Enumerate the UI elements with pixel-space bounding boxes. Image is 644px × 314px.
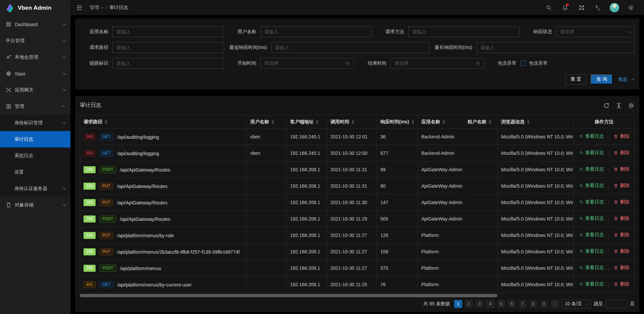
delete-button[interactable]: 删除 <box>613 215 629 222</box>
sort-icon[interactable] <box>412 120 414 124</box>
menu-fold-icon[interactable] <box>76 4 83 11</box>
trace-id-input[interactable] <box>112 58 224 69</box>
reset-button[interactable]: 重 置 <box>565 74 587 84</box>
chevron-down-icon <box>63 71 66 75</box>
search-icon[interactable] <box>542 1 555 14</box>
end-time-picker[interactable]: 请选择 <box>390 58 484 69</box>
max-response-time-input[interactable] <box>476 42 635 53</box>
next-page-button[interactable] <box>551 300 559 308</box>
sidebar-item-应用网关[interactable]: 应用网关 <box>0 82 70 98</box>
fullscreen-icon[interactable] <box>575 1 588 14</box>
view-log-button[interactable]: 查看日志 <box>579 232 604 238</box>
request-path-value: /api/ApiGateway/Routes <box>120 167 170 172</box>
sort-icon[interactable] <box>527 120 530 124</box>
sort-icon[interactable] <box>442 120 445 124</box>
page-button-8[interactable]: 8 <box>529 300 537 308</box>
page-button-6[interactable]: 6 <box>508 300 516 308</box>
page-button-2[interactable]: 2 <box>465 300 473 308</box>
view-log-button[interactable]: 查看日志 <box>579 133 604 139</box>
page-button-9[interactable]: 9 <box>540 300 548 308</box>
gear-icon[interactable] <box>628 102 635 109</box>
column-header-4[interactable]: 调用时间 <box>327 115 377 129</box>
sort-icon[interactable] <box>316 120 319 124</box>
response-status-select[interactable]: 请选择 <box>556 26 635 37</box>
sidebar-item-平台管理[interactable]: 平台管理 <box>0 33 70 49</box>
delete-button[interactable]: 删除 <box>613 166 629 172</box>
table-row[interactable]: 200 POST /api/ApiGateway/Routes 192.168.… <box>80 211 635 227</box>
page-button-3[interactable]: 3 <box>476 300 484 308</box>
sort-icon[interactable] <box>352 120 354 124</box>
sidebar-item-Saas[interactable]: Saas <box>0 65 70 82</box>
table-row[interactable]: 200 PUT /api/ApiGateway/Routes 192.168.2… <box>80 178 635 194</box>
request-path-input[interactable] <box>112 42 224 53</box>
table-row[interactable]: 200 POST /api/ApiGateway/Routes 192.168.… <box>80 162 635 178</box>
collapse-link[interactable]: 收起 <box>618 76 635 82</box>
table-row[interactable]: 204 PUT /api/platform/menus/by-role 192.… <box>80 227 635 244</box>
sidebar-item-管理[interactable]: 管理 <box>0 98 70 115</box>
sidebar-item-身份标识管理[interactable]: 身份标识管理 <box>0 115 70 131</box>
search-button[interactable]: 查 询 <box>591 74 613 84</box>
request-method-input[interactable] <box>408 26 520 37</box>
view-log-button[interactable]: 查看日志 <box>579 150 604 156</box>
min-response-time-input[interactable] <box>271 42 429 53</box>
delete-button[interactable]: 删除 <box>613 183 629 189</box>
bell-icon[interactable] <box>559 1 572 14</box>
table-row[interactable]: 401 GET /api/platform/menus/by-current-u… <box>80 276 635 293</box>
start-time-picker[interactable]: 请选择 <box>260 58 354 69</box>
page-button-1[interactable]: 1 <box>454 300 462 308</box>
translate-icon[interactable]: 文A <box>592 1 604 14</box>
table-row[interactable]: 200 PUT /api/platform/menus/2b3accf8-4fb… <box>80 244 635 260</box>
column-header-7[interactable]: 租户名称 <box>464 115 498 129</box>
sidebar-item-审计日志[interactable]: 审计日志 <box>0 131 70 147</box>
view-log-button[interactable]: 查看日志 <box>579 166 604 172</box>
user-name-input[interactable] <box>260 26 372 37</box>
delete-button[interactable]: 删除 <box>613 133 629 139</box>
table-row[interactable]: 200 PUT /api/ApiGateway/Routes 192.168.2… <box>80 194 635 211</box>
delete-button[interactable]: 删除 <box>613 281 629 287</box>
page-button-7[interactable]: 7 <box>519 300 527 308</box>
jump-to-input[interactable] <box>606 300 627 308</box>
table-row[interactable]: 200 POST /api/platform/menus 192.168.208… <box>80 260 635 276</box>
has-exception-checkbox[interactable] <box>521 61 526 66</box>
view-log-button[interactable]: 查看日志 <box>579 265 604 271</box>
page-button-4[interactable]: 4 <box>486 300 494 308</box>
sidebar-item-系统日志[interactable]: 系统日志 <box>0 147 70 164</box>
view-log-button[interactable]: 查看日志 <box>579 248 604 254</box>
delete-button[interactable]: 删除 <box>613 248 629 254</box>
delete-button[interactable]: 删除 <box>613 232 629 238</box>
column-header-2[interactable]: 用户名称 <box>247 115 287 129</box>
delete-button[interactable]: 删除 <box>613 150 629 156</box>
view-log-button[interactable]: 查看日志 <box>579 215 604 222</box>
column-header-5[interactable]: 响应时间(ms) <box>377 115 418 129</box>
view-log-button[interactable]: 查看日志 <box>579 281 604 287</box>
sidebar-item-对象存储[interactable]: 对象存储 <box>0 197 70 213</box>
column-header-1[interactable]: 请求路径 <box>80 115 247 129</box>
row-height-icon[interactable] <box>615 102 622 109</box>
page-size-select[interactable]: 10 条/页 <box>561 300 591 308</box>
user-avatar[interactable] <box>608 1 621 14</box>
view-log-button[interactable]: 查看日志 <box>579 199 604 205</box>
view-log-button[interactable]: 查看日志 <box>579 183 604 189</box>
sidebar-item-Dashboard[interactable]: Dashboard <box>0 16 70 33</box>
delete-button[interactable]: 删除 <box>613 199 629 205</box>
sidebar-item-身份认证服务器[interactable]: 身份认证服务器 <box>0 180 70 197</box>
scrollbar-thumb[interactable] <box>80 294 497 297</box>
app-name-input[interactable] <box>112 26 224 37</box>
app-logo[interactable]: Vben Admin <box>0 0 70 16</box>
breadcrumb-root[interactable]: 管理 <box>90 5 103 11</box>
page-button-5[interactable]: 5 <box>497 300 505 308</box>
client-address-cell: 192.168.208.1 <box>287 211 327 227</box>
sort-icon[interactable] <box>105 120 107 124</box>
gear-icon[interactable] <box>625 1 637 14</box>
refresh-icon[interactable] <box>603 102 610 109</box>
column-header-6[interactable]: 应用名称 <box>418 115 464 129</box>
sidebar-item-本地化管理[interactable]: 本地化管理 <box>0 49 70 65</box>
sort-icon[interactable] <box>489 120 491 124</box>
sidebar-item-设置[interactable]: 设置 <box>0 164 70 180</box>
delete-button[interactable]: 删除 <box>613 265 629 271</box>
column-header-3[interactable]: 客户端地址 <box>287 115 327 129</box>
sort-icon[interactable] <box>271 120 274 124</box>
table-row[interactable]: 500 GET /api/auditing/logging vben 192.1… <box>80 129 635 145</box>
column-header-8[interactable]: 浏览器信息 <box>498 115 574 129</box>
table-row[interactable]: 500 GET /api/auditing/logging vben 192.1… <box>80 145 635 162</box>
